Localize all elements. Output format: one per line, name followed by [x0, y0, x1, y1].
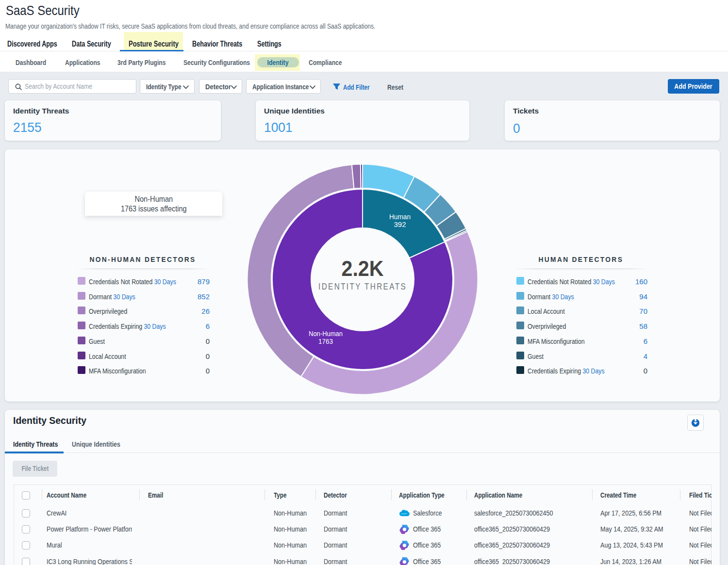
svg-text:392: 392: [394, 220, 406, 228]
svg-text:Human: Human: [389, 212, 411, 221]
svg-text:2.2K: 2.2K: [342, 256, 384, 281]
svg-text:1763: 1763: [318, 337, 333, 345]
svg-text:IDENTITY THREATS: IDENTITY THREATS: [318, 281, 407, 291]
svg-text:Non-Human: Non-Human: [309, 329, 343, 338]
